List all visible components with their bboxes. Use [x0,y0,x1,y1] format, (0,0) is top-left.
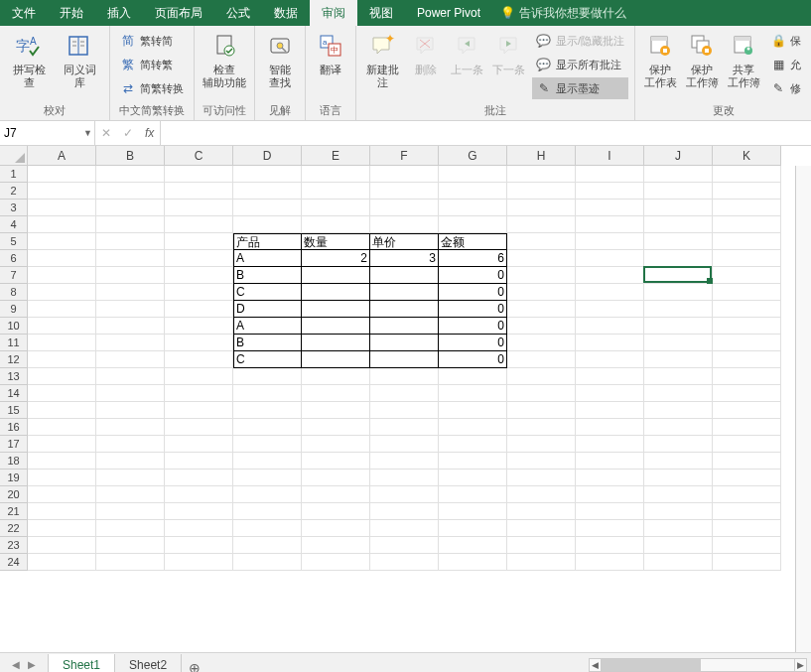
select-all-corner[interactable] [0,146,28,166]
cell[interactable] [28,301,96,318]
row-header-18[interactable]: 18 [0,453,28,470]
cell[interactable] [644,267,713,284]
cell[interactable] [96,453,165,470]
cell[interactable] [576,318,644,335]
cell[interactable] [576,419,644,436]
cell[interactable] [713,233,781,250]
allow-ranges-button[interactable]: ▦允 [766,54,805,75]
table-cell[interactable]: B [233,267,302,284]
cell[interactable] [713,554,781,571]
cell[interactable] [507,486,576,503]
cell[interactable] [644,419,713,436]
cell[interactable] [96,486,165,503]
cell[interactable] [165,267,233,284]
row-header-12[interactable]: 12 [0,351,28,368]
cell[interactable] [370,470,439,486]
table-header[interactable]: 单价 [370,233,439,250]
col-header-I[interactable]: I [576,146,644,166]
table-cell[interactable] [302,284,370,301]
cell[interactable] [439,486,507,503]
cell[interactable] [370,453,439,470]
table-cell[interactable]: C [233,284,302,301]
trad-to-simp-button[interactable]: 简繁转简 [116,30,188,52]
cell[interactable] [165,183,233,200]
cell[interactable] [165,470,233,486]
cell[interactable] [576,351,644,368]
cell[interactable] [439,385,507,402]
cell[interactable] [576,166,644,183]
tab-powerpivot[interactable]: Power Pivot [405,0,492,26]
cell[interactable] [165,554,233,571]
table-cell[interactable]: 0 [439,284,507,301]
cell[interactable] [96,216,165,233]
cell[interactable] [96,470,165,486]
col-header-A[interactable]: A [28,146,96,166]
cell[interactable] [370,385,439,402]
cell[interactable] [370,520,439,537]
cell[interactable] [576,335,644,351]
cells-area[interactable]: 产品数量单价金额A236B0C0D0A0B0C0 [28,166,811,652]
cell[interactable] [302,453,370,470]
cell[interactable] [28,318,96,335]
table-cell[interactable] [370,335,439,351]
cell[interactable] [507,335,576,351]
sheet-tab-2[interactable]: Sheet2 [114,654,182,672]
table-cell[interactable] [370,301,439,318]
cell[interactable] [370,554,439,571]
cell[interactable] [644,166,713,183]
cell[interactable] [165,368,233,385]
cell[interactable] [233,486,302,503]
cell[interactable] [439,183,507,200]
cell[interactable] [302,470,370,486]
tab-formulas[interactable]: 公式 [214,0,262,26]
fx-icon[interactable]: fx [145,126,154,140]
cell[interactable] [576,183,644,200]
cell[interactable] [96,335,165,351]
col-header-G[interactable]: G [439,146,507,166]
table-header[interactable]: 产品 [233,233,302,250]
cell[interactable] [96,166,165,183]
col-header-C[interactable]: C [165,146,233,166]
cell[interactable] [576,368,644,385]
cell[interactable] [439,166,507,183]
cell[interactable] [28,368,96,385]
cell[interactable] [644,470,713,486]
cell[interactable] [644,402,713,419]
table-cell[interactable] [370,267,439,284]
cell[interactable] [439,537,507,554]
cell[interactable] [439,436,507,453]
cell[interactable] [28,385,96,402]
cell[interactable] [576,284,644,301]
cell[interactable] [165,166,233,183]
cell[interactable] [165,537,233,554]
cell[interactable] [302,554,370,571]
cell[interactable] [165,436,233,453]
cell[interactable] [507,520,576,537]
cell[interactable] [96,402,165,419]
cell[interactable] [28,166,96,183]
row-header-5[interactable]: 5 [0,233,28,250]
cell[interactable] [713,284,781,301]
hscroll-thumb[interactable] [602,659,701,671]
cell[interactable] [439,503,507,520]
cell[interactable] [370,503,439,520]
cell[interactable] [28,250,96,267]
thesaurus-button[interactable]: 同义词库 [55,28,105,91]
col-header-D[interactable]: D [233,146,302,166]
cell[interactable] [507,470,576,486]
cell[interactable] [713,166,781,183]
cell[interactable] [713,419,781,436]
cell[interactable] [96,250,165,267]
table-cell[interactable] [370,351,439,368]
cell[interactable] [576,537,644,554]
cell[interactable] [507,351,576,368]
row-header-6[interactable]: 6 [0,250,28,267]
new-comment-button[interactable]: ✦ 新建批注 [360,28,405,91]
cell[interactable] [165,284,233,301]
cell[interactable] [165,335,233,351]
cell[interactable] [96,503,165,520]
track-changes-button[interactable]: ✎修 [766,77,805,99]
cell[interactable] [28,233,96,250]
cell[interactable] [96,554,165,571]
cell[interactable] [439,368,507,385]
